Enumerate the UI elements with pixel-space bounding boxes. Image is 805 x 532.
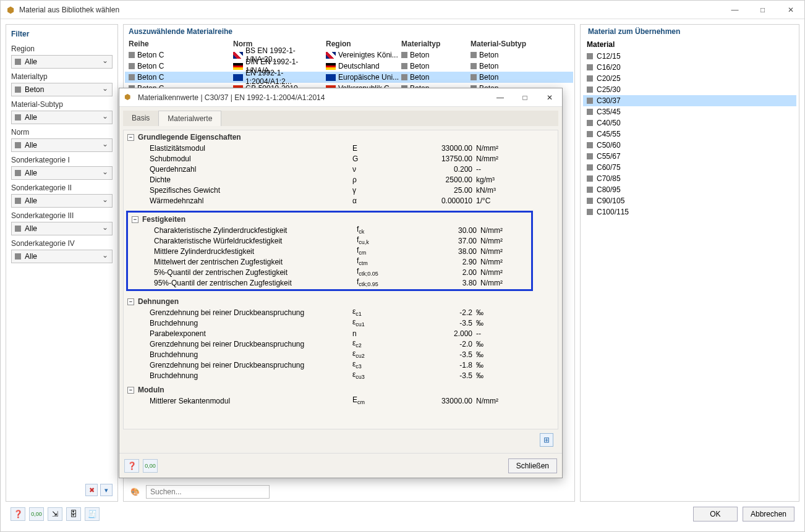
tab-basis[interactable]: Basis [123, 111, 158, 126]
group-dehnungen[interactable]: −Dehnungen [124, 296, 558, 307]
window-title: Material aus Bibliothek wählen [19, 6, 799, 14]
properties-grid: −Grundlegende Eigenschaften Elastizitäts… [123, 130, 558, 429]
property-row[interactable]: Mittelwert der zentrischen Zugfestigkeit… [128, 256, 531, 267]
select-materialtyp[interactable]: Beton [11, 83, 113, 96]
property-row[interactable]: Grenzdehnung bei reiner Druckbeanspruchu… [124, 307, 558, 318]
label-materialtyp: Materialtyp [11, 72, 113, 81]
export-table-icon[interactable]: ⊞ [540, 433, 553, 447]
property-row[interactable]: Bruchdehnungεcu1-3.5‰ [124, 318, 558, 328]
property-row[interactable]: Spezifisches Gewichtγ25.00kN/m³ [124, 185, 558, 195]
export-icon[interactable]: ⇲ [48, 507, 62, 521]
property-row[interactable]: Charakteristische Zylinderdruckfestigkei… [128, 225, 531, 235]
select-subtyp[interactable]: Alle [11, 111, 113, 124]
property-row[interactable]: Bruchdehnungεcu3-3.5‰ [124, 370, 558, 381]
dialog-maximize-button[interactable]: □ [513, 88, 537, 107]
cancel-button[interactable]: Abbrechen [743, 507, 794, 521]
dialog-icon: ⬢ [124, 93, 134, 103]
collapse-icon[interactable]: − [127, 134, 134, 141]
minimize-button[interactable]: — [721, 1, 749, 19]
search-input[interactable] [146, 485, 270, 499]
series-header: Reihe Norm Region Materialtyp Material-S… [125, 38, 573, 49]
filter-panel: Filter Region Alle Materialtyp Beton Mat… [6, 24, 118, 502]
group-festigkeiten[interactable]: −Festigkeiten [128, 214, 531, 225]
label-sk2: Sonderkategorie II [11, 184, 113, 192]
material-row[interactable]: C80/95 [583, 184, 796, 195]
property-row[interactable]: Grenzdehnung bei reiner Druckbeanspruchu… [124, 360, 558, 370]
dialog-minimize-button[interactable]: — [488, 88, 513, 107]
highlight-festigkeiten: −Festigkeiten Charakteristische Zylinder… [126, 211, 533, 291]
property-row[interactable]: Dichteρ2500.00kg/m³ [124, 174, 558, 185]
property-row[interactable]: Charakteristische Würfeldruckfestigkeitf… [128, 235, 531, 246]
material-row[interactable]: C55/67 [583, 151, 796, 162]
label-sk4: Sonderkategorie IV [11, 239, 113, 248]
collapse-icon[interactable]: − [127, 298, 134, 305]
material-row[interactable]: C60/75 [583, 162, 796, 173]
property-row[interactable]: Querdehnzahlν0.200-- [124, 164, 558, 174]
material-row[interactable]: C25/30 [583, 84, 796, 95]
label-norm: Norm [11, 128, 113, 137]
material-row[interactable]: C30/37 [583, 95, 796, 106]
dialog-tabs: Basis Materialwerte [123, 111, 558, 126]
material-row[interactable]: C50/60 [583, 140, 796, 151]
label-sk3: Sonderkategorie III [11, 211, 113, 220]
material-row[interactable]: C90/105 [583, 195, 796, 206]
select-sk2[interactable]: Alle [11, 194, 113, 208]
material-row[interactable]: C45/55 [583, 129, 796, 140]
select-region[interactable]: Alle [11, 55, 113, 69]
label-subtyp: Material-Subtyp [11, 100, 113, 109]
property-row[interactable]: Mittlere Zylinderdruckfestigkeitfcm38.00… [128, 246, 531, 256]
label-region: Region [11, 44, 113, 53]
ok-button[interactable]: OK [693, 507, 738, 521]
close-dialog-button[interactable]: Schließen [508, 458, 557, 473]
select-sk1[interactable]: Alle [11, 166, 113, 180]
property-row[interactable]: Parabelexponentn2.000-- [124, 328, 558, 339]
property-row[interactable]: SchubmodulG13750.00N/mm² [124, 153, 558, 164]
materials-panel: Material zum Übernehmen Material C12/15C… [580, 24, 799, 502]
property-row[interactable]: Grenzdehnung bei reiner Druckbeanspruchu… [124, 339, 558, 349]
material-row[interactable]: C35/45 [583, 106, 796, 117]
funnel-icon[interactable]: ▾ [100, 484, 113, 496]
property-row[interactable]: Bruchdehnungεcu2-3.5‰ [124, 349, 558, 360]
material-row[interactable]: C70/85 [583, 173, 796, 184]
app-icon: ⬢ [6, 5, 15, 15]
select-sk4[interactable]: Alle [11, 250, 113, 263]
report-icon[interactable]: 🧾 [85, 507, 100, 521]
dialog-close-button[interactable]: ✕ [537, 88, 562, 107]
material-properties-dialog: ⬢ Materialkennwerte | C30/37 | EN 1992-1… [119, 88, 563, 478]
close-button[interactable]: ✕ [777, 1, 804, 19]
property-row[interactable]: 95%-Quantil der zentrischen Zugfestigkei… [128, 277, 531, 288]
property-row[interactable]: ElastizitätsmodulE33000.00N/mm² [124, 143, 558, 153]
series-row[interactable]: Beton CBS EN 1992-1-1/NA:20...Vereinigte… [125, 49, 573, 61]
material-row[interactable]: C20/25 [583, 73, 796, 84]
materials-header[interactable]: Material [583, 38, 796, 51]
material-row[interactable]: C16/20 [583, 62, 796, 73]
label-sk1: Sonderkategorie I [11, 156, 113, 164]
collapse-icon[interactable]: − [127, 387, 134, 394]
dialog-decimals-icon[interactable]: 0,00 [143, 459, 158, 473]
materials-title: Material zum Übernehmen [583, 25, 796, 38]
tab-materialwerte[interactable]: Materialwerte [158, 111, 221, 126]
maximize-button[interactable]: □ [749, 1, 777, 19]
help-icon[interactable]: ❓ [11, 507, 25, 521]
filter-title: Filter [11, 27, 113, 41]
select-norm[interactable]: Alle [11, 138, 113, 152]
select-sk3[interactable]: Alle [11, 222, 113, 235]
color-icon[interactable]: 🎨 [127, 485, 142, 499]
property-row[interactable]: Mittlerer SekantenmodulEcm33000.00N/mm² [124, 395, 558, 406]
series-row[interactable]: Beton CDIN EN 1992-1-1/NA/A...Deutschlan… [125, 61, 573, 72]
property-row[interactable]: Wärmedehnzahlα0.0000101/°C [124, 195, 558, 206]
dialog-help-icon[interactable]: ❓ [124, 459, 139, 473]
decimals-icon[interactable]: 0,00 [29, 507, 44, 521]
titlebar: ⬢ Material aus Bibliothek wählen — □ ✕ [1, 1, 804, 19]
group-moduln[interactable]: −Moduln [124, 384, 558, 395]
group-grundlegende[interactable]: −Grundlegende Eigenschaften [124, 132, 558, 143]
material-row[interactable]: C12/15 [583, 51, 796, 62]
collapse-icon[interactable]: − [132, 216, 138, 223]
material-row[interactable]: C40/50 [583, 117, 796, 129]
material-row[interactable]: C100/115 [583, 206, 796, 217]
db-icon[interactable]: 🗄 [66, 507, 81, 521]
series-row[interactable]: Beton CEN 1992-1-1:2004/A1:2...Europäisc… [125, 72, 573, 83]
property-row[interactable]: 5%-Quantil der zentrischen Zugfestigkeit… [128, 267, 531, 277]
series-title: Auszuwählende Materialreihe [124, 25, 574, 38]
pin-icon[interactable]: ✖ [85, 484, 98, 496]
